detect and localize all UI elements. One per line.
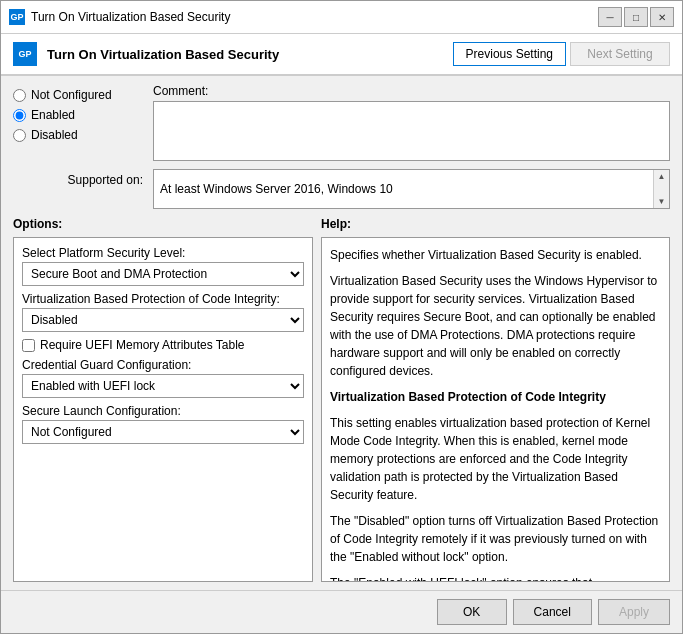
- help-para-5: The "Disabled" option turns off Virtuali…: [330, 512, 661, 566]
- apply-button[interactable]: Apply: [598, 599, 670, 625]
- radio-enabled-input[interactable]: [13, 109, 26, 122]
- secure-launch-label: Secure Launch Configuration:: [22, 404, 304, 418]
- platform-security-group: Select Platform Security Level: Secure B…: [22, 246, 304, 286]
- window-icon: GP: [9, 9, 25, 25]
- help-para-2: Virtualization Based Security uses the W…: [330, 272, 661, 380]
- ok-button[interactable]: OK: [437, 599, 507, 625]
- minimize-button[interactable]: ─: [598, 7, 622, 27]
- radio-disabled-input[interactable]: [13, 129, 26, 142]
- uefi-checkbox[interactable]: [22, 339, 35, 352]
- supported-box: At least Windows Server 2016, Windows 10…: [153, 169, 670, 209]
- radio-not-configured-input[interactable]: [13, 89, 26, 102]
- uefi-checkbox-row[interactable]: Require UEFI Memory Attributes Table: [22, 338, 304, 352]
- help-content[interactable]: Specifies whether Virtualization Based S…: [321, 237, 670, 582]
- window-title: Turn On Virtualization Based Security: [31, 10, 598, 24]
- header-title: Turn On Virtualization Based Security: [47, 47, 443, 62]
- header-bar: GP Turn On Virtualization Based Security…: [1, 34, 682, 76]
- radio-group: Not Configured Enabled Disabled: [13, 84, 143, 161]
- options-header: Options:: [13, 217, 313, 231]
- scroll-down-arrow[interactable]: ▼: [658, 197, 666, 206]
- credential-guard-group: Credential Guard Configuration: Disabled…: [22, 358, 304, 398]
- scroll-up-arrow[interactable]: ▲: [658, 172, 666, 181]
- comment-textarea[interactable]: [153, 101, 670, 161]
- help-header: Help:: [321, 217, 670, 231]
- secure-launch-select[interactable]: Not Configured Disabled Enabled: [22, 420, 304, 444]
- radio-not-configured[interactable]: Not Configured: [13, 88, 143, 102]
- comment-label: Comment:: [153, 84, 670, 98]
- sections-row: Options: Select Platform Security Level:…: [13, 217, 670, 582]
- supported-label: Supported on:: [13, 169, 143, 187]
- maximize-button[interactable]: □: [624, 7, 648, 27]
- disabled-label: Disabled: [31, 128, 78, 142]
- code-integrity-group: Virtualization Based Protection of Code …: [22, 292, 304, 332]
- not-configured-label: Not Configured: [31, 88, 112, 102]
- comment-section: Comment:: [153, 84, 670, 161]
- window-controls: ─ □ ✕: [598, 7, 674, 27]
- main-content: Not Configured Enabled Disabled Comment:…: [1, 76, 682, 590]
- cancel-button[interactable]: Cancel: [513, 599, 592, 625]
- platform-select[interactable]: Secure Boot only Secure Boot and DMA Pro…: [22, 262, 304, 286]
- header-icon: GP: [13, 42, 37, 66]
- code-integrity-select[interactable]: Disabled Enabled without lock Enabled wi…: [22, 308, 304, 332]
- help-para-4: This setting enables virtualization base…: [330, 414, 661, 504]
- header-buttons: Previous Setting Next Setting: [453, 42, 670, 66]
- radio-enabled[interactable]: Enabled: [13, 108, 143, 122]
- options-content: Select Platform Security Level: Secure B…: [13, 237, 313, 582]
- supported-scrollbar: ▲ ▼: [653, 170, 669, 208]
- enabled-label: Enabled: [31, 108, 75, 122]
- next-setting-button: Next Setting: [570, 42, 670, 66]
- supported-value: At least Windows Server 2016, Windows 10: [160, 182, 413, 196]
- top-section: Not Configured Enabled Disabled Comment:: [13, 84, 670, 161]
- supported-section: Supported on: At least Windows Server 20…: [13, 169, 670, 209]
- platform-label: Select Platform Security Level:: [22, 246, 304, 260]
- options-panel: Options: Select Platform Security Level:…: [13, 217, 313, 582]
- help-panel: Help: Specifies whether Virtualization B…: [321, 217, 670, 582]
- main-window: GP Turn On Virtualization Based Security…: [0, 0, 683, 634]
- title-bar: GP Turn On Virtualization Based Security…: [1, 1, 682, 34]
- help-para-6: The "Enabled with UEFI lock" option ensu…: [330, 574, 661, 582]
- credential-guard-select[interactable]: Disabled Enabled with UEFI lock Enabled …: [22, 374, 304, 398]
- close-button[interactable]: ✕: [650, 7, 674, 27]
- secure-launch-group: Secure Launch Configuration: Not Configu…: [22, 404, 304, 444]
- credential-guard-label: Credential Guard Configuration:: [22, 358, 304, 372]
- radio-disabled[interactable]: Disabled: [13, 128, 143, 142]
- help-para-3: Virtualization Based Protection of Code …: [330, 388, 661, 406]
- help-para-1: Specifies whether Virtualization Based S…: [330, 246, 661, 264]
- code-integrity-label: Virtualization Based Protection of Code …: [22, 292, 304, 306]
- previous-setting-button[interactable]: Previous Setting: [453, 42, 566, 66]
- bottom-bar: OK Cancel Apply: [1, 590, 682, 633]
- uefi-checkbox-label: Require UEFI Memory Attributes Table: [40, 338, 245, 352]
